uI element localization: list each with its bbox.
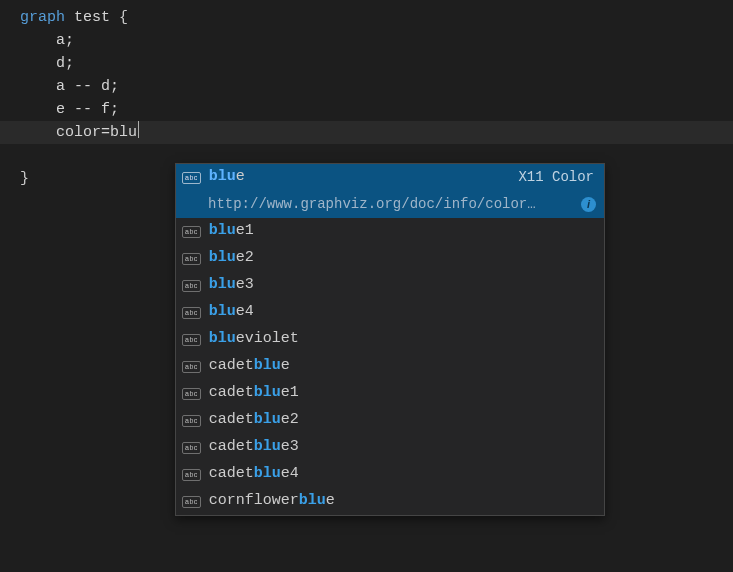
text-icon: abc	[182, 388, 201, 400]
suggestion-item[interactable]: abc cadetblue3	[176, 434, 604, 461]
suggestion-doc-url: http://www.graphviz.org/doc/info/color…	[208, 194, 573, 215]
suggestion-label: blue2	[209, 247, 594, 270]
code-editor[interactable]: graph test { a; d; a -- d; e -- f; color…	[0, 0, 733, 190]
code-line[interactable]: d;	[0, 52, 733, 75]
suggestion-item[interactable]: abc cadetblue1	[176, 380, 604, 407]
stmt-a: a;	[56, 32, 74, 49]
suggestion-item[interactable]: abc blue4	[176, 299, 604, 326]
autocomplete-popup[interactable]: abc blue X11 Color http://www.graphviz.o…	[175, 163, 605, 516]
text-icon: abc	[182, 253, 201, 265]
graph-name: test	[74, 9, 110, 26]
open-brace: {	[119, 9, 128, 26]
suggestion-label: cornflowerblue	[209, 490, 594, 513]
text-icon: abc	[182, 307, 201, 319]
code-line[interactable]: e -- f;	[0, 98, 733, 121]
suggestion-item[interactable]: abc blue2	[176, 245, 604, 272]
stmt-d: d;	[56, 55, 74, 72]
suggestion-item[interactable]: abc blue3	[176, 272, 604, 299]
attr-key: color=	[56, 124, 110, 141]
suggestion-label: cadetblue	[209, 355, 594, 378]
code-line[interactable]: a;	[0, 29, 733, 52]
suggestion-label: blue1	[209, 220, 594, 243]
text-icon: abc	[182, 280, 201, 292]
typed-text: blu	[110, 124, 137, 141]
suggestion-label: blue	[209, 166, 511, 189]
suggestion-kind: X11 Color	[518, 167, 594, 188]
suggestion-label: cadetblue2	[209, 409, 594, 432]
suggestion-label: blueviolet	[209, 328, 594, 351]
text-icon: abc	[182, 172, 201, 184]
suggestion-label: blue3	[209, 274, 594, 297]
info-icon[interactable]: i	[581, 197, 596, 212]
code-line-active[interactable]: color=blu	[0, 121, 733, 144]
code-line[interactable]: a -- d;	[0, 75, 733, 98]
suggestion-label: cadetblue3	[209, 436, 594, 459]
text-icon: abc	[182, 442, 201, 454]
keyword-graph: graph	[20, 9, 65, 26]
suggestion-label: blue4	[209, 301, 594, 324]
text-icon: abc	[182, 415, 201, 427]
suggestion-item[interactable]: abc cadetblue2	[176, 407, 604, 434]
suggestion-item[interactable]: abc blueviolet	[176, 326, 604, 353]
suggestion-item[interactable]: abc cornflowerblue	[176, 488, 604, 515]
suggestion-label: cadetblue4	[209, 463, 594, 486]
text-icon: abc	[182, 361, 201, 373]
text-cursor	[138, 121, 139, 138]
stmt-edge-ef: e -- f;	[56, 101, 119, 118]
suggestion-item[interactable]: abc blue1	[176, 218, 604, 245]
code-line[interactable]: graph test {	[0, 6, 733, 29]
suggestion-item[interactable]: abc cadetblue4	[176, 461, 604, 488]
text-icon: abc	[182, 469, 201, 481]
suggestion-item[interactable]: abc cadetblue	[176, 353, 604, 380]
stmt-edge-ad: a -- d;	[56, 78, 119, 95]
suggestion-label: cadetblue1	[209, 382, 594, 405]
text-icon: abc	[182, 226, 201, 238]
suggestion-detail[interactable]: http://www.graphviz.org/doc/info/color… …	[176, 191, 604, 218]
suggestion-item-selected[interactable]: abc blue X11 Color	[176, 164, 604, 191]
text-icon: abc	[182, 334, 201, 346]
text-icon: abc	[182, 496, 201, 508]
close-brace: }	[20, 170, 29, 187]
